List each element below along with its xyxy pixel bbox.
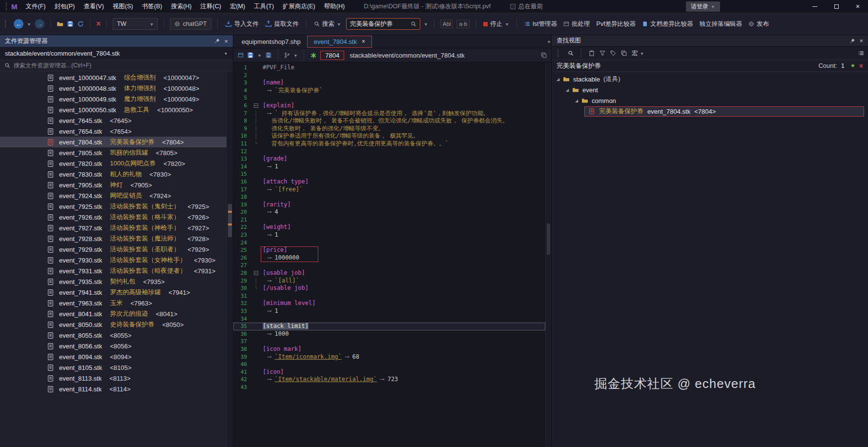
- save-button[interactable]: [247, 52, 254, 59]
- fold-toggle[interactable]: −: [252, 102, 260, 110]
- filter-icon[interactable]: [599, 50, 605, 56]
- save-all-button[interactable]: [265, 52, 272, 59]
- stop-button[interactable]: 停止 ▾: [482, 20, 511, 28]
- scrollbar-thumb[interactable]: [228, 204, 232, 237]
- file-row[interactable]: event_7924.stk网吧促销员<7924>: [0, 190, 233, 201]
- menu-item[interactable]: 宏(M): [226, 2, 249, 11]
- match-word-toggle[interactable]: a·b: [456, 20, 470, 28]
- copy-icon[interactable]: [621, 50, 627, 56]
- back-button[interactable]: ←: [14, 19, 23, 29]
- file-row[interactable]: event_7963.stk玉米<7963>: [0, 298, 233, 308]
- refresh-button[interactable]: [77, 20, 84, 27]
- file-row[interactable]: event_7941.stk罗杰的高级袖珍罐<7941>: [0, 287, 233, 298]
- file-list-scrollbar[interactable]: [227, 71, 233, 447]
- code-line[interactable]: 17⟶ `[free]`: [233, 186, 545, 194]
- maximize-button[interactable]: [832, 2, 841, 11]
- code-line[interactable]: 10│该保护券适用于所有强化/增幅等级的装备， 极其罕见。: [233, 132, 545, 140]
- branch-icon[interactable]: [284, 52, 290, 58]
- code-line[interactable]: 26⟶ 1000000: [233, 254, 545, 262]
- macro-button[interactable]: 宏 ▾: [632, 49, 644, 58]
- file-row[interactable]: event_7928.stk活动装扮套装（魔法师）<7928>: [0, 233, 233, 244]
- tree-row[interactable]: ◢stackable(道具): [552, 74, 868, 84]
- code-line[interactable]: 25[price]: [233, 246, 545, 254]
- code-line[interactable]: 6−[explain]: [233, 102, 545, 110]
- close-icon[interactable]: ×: [224, 38, 228, 45]
- code-line[interactable]: 39⟶ `Item/iconmark.img` ⟶ 68: [233, 353, 545, 361]
- file-row[interactable]: event_7927.stk活动装扮套装（神枪手）<7927>: [0, 223, 233, 233]
- always-on-top-toggle[interactable]: 总在最前: [510, 2, 543, 11]
- code-line[interactable]: 40: [233, 361, 545, 368]
- tab-event-7804[interactable]: event_7804.stk ×: [307, 36, 372, 48]
- save-button[interactable]: [67, 20, 74, 27]
- code-line[interactable]: 20⟶ 4: [233, 208, 545, 216]
- chevron-down-icon[interactable]: ▾: [425, 21, 427, 27]
- code-line[interactable]: 23⟶ 1: [233, 231, 545, 239]
- file-row[interactable]: event_8105.stk<8105>: [0, 362, 233, 373]
- file-row[interactable]: event_7930.stk活动装扮套装（女神枪手）<7930>: [0, 255, 233, 265]
- file-row[interactable]: event_7925.stk活动装扮套装（鬼剑士）<7925>: [0, 201, 233, 212]
- tree-row[interactable]: ◢event: [552, 84, 868, 95]
- menu-item[interactable]: 工具(T): [249, 2, 278, 11]
- login-button[interactable]: 请登录 ▾: [686, 1, 720, 12]
- code-line[interactable]: 12: [233, 148, 545, 156]
- search-menu-button[interactable]: 搜索 ▾: [312, 20, 343, 28]
- code-line[interactable]: 15: [233, 170, 545, 178]
- explorer-search[interactable]: 搜索文件资源管理器...(Ctrl+F): [0, 60, 233, 71]
- file-row[interactable]: event_7804.stk完美装备保护券<7804>: [0, 137, 233, 147]
- pin-icon[interactable]: [849, 38, 855, 44]
- search-input[interactable]: 完美装备保护券: [346, 18, 420, 30]
- match-case-toggle[interactable]: Abl: [440, 20, 454, 28]
- code-line[interactable]: 5: [233, 94, 545, 102]
- pvf-diff-button[interactable]: Pvf差异比较器: [595, 20, 638, 28]
- menu-item[interactable]: 查看(V): [79, 2, 108, 11]
- menu-item[interactable]: 注释(C): [196, 2, 226, 11]
- file-row[interactable]: event_10000047.stk综合增强剂<10000047>: [0, 72, 233, 83]
- code-line[interactable]: 4⟶ `完美装备保护券`: [233, 87, 545, 95]
- code-editor[interactable]: 1#PVF_File23[name]4⟶ `完美装备保护券`56−[explai…: [233, 62, 551, 447]
- code-line[interactable]: 19[rarity]: [233, 201, 545, 209]
- code-line[interactable]: 11└背包内有更高等的装备保护券时,优先使用更高等的装备保护券。。`: [233, 140, 545, 148]
- code-line[interactable]: 27: [233, 262, 545, 269]
- file-row[interactable]: event_7935.stk契约礼包<7935>: [0, 276, 233, 287]
- menu-item[interactable]: 封包(P): [50, 2, 79, 11]
- file-row[interactable]: event_7645.stk<7645>: [0, 115, 233, 126]
- file-row[interactable]: event_8113.stk<8113>: [0, 373, 233, 384]
- search-result-item[interactable]: 完美装备保护券event_7804.stk<7804>: [584, 106, 864, 117]
- file-row[interactable]: event_7929.stk活动装扮套装（圣职者）<7929>: [0, 244, 233, 255]
- code-area[interactable]: 1#PVF_File23[name]4⟶ `完美装备保护券`56−[explai…: [233, 62, 545, 447]
- batch-button[interactable]: 批处理: [562, 20, 592, 28]
- pin-icon[interactable]: [214, 38, 220, 44]
- close-button[interactable]: ×: [853, 2, 862, 11]
- code-line[interactable]: 29│⟶ `[all]`: [233, 277, 545, 285]
- menu-item[interactable]: 书签(B): [137, 2, 166, 11]
- code-line[interactable]: 32[minimum level]: [233, 300, 545, 307]
- menu-item[interactable]: 扩展商店(E): [278, 2, 320, 11]
- file-row[interactable]: event_8056.stk<8056>: [0, 341, 233, 351]
- menu-item[interactable]: 搜索(H): [166, 2, 196, 11]
- file-row[interactable]: event_7805.stk凯丽的信我罐<7805>: [0, 147, 233, 158]
- code-line[interactable]: 21: [233, 216, 545, 224]
- chevron-down-icon[interactable]: ▾: [258, 53, 261, 58]
- code-line[interactable]: 22[weight]: [233, 224, 545, 231]
- file-row[interactable]: event_8094.stk<8094>: [0, 351, 233, 362]
- file-row[interactable]: event_7830.stk粗人的礼物<7830>: [0, 169, 233, 180]
- search-icon[interactable]: [568, 50, 574, 56]
- editor-scrollbar[interactable]: [545, 62, 551, 447]
- code-line[interactable]: 7│⟶ ` 持有该保护券，强化/增幅时将会提示是否使用， 选择'是'，则触发保护…: [233, 110, 545, 118]
- chevron-down-icon[interactable]: ▾: [225, 51, 227, 56]
- chevron-down-icon[interactable]: ▾: [294, 53, 297, 58]
- file-row[interactable]: event_8055.stk<8055>: [0, 330, 233, 341]
- file-row[interactable]: event_8050.stk史诗装备保护券<8050>: [0, 319, 233, 330]
- file-row[interactable]: event_7931.stk活动装扮套装（暗夜使者）<7931>: [0, 265, 233, 276]
- minimize-button[interactable]: [810, 2, 819, 11]
- extract-file-button[interactable]: 提取文件: [264, 20, 300, 28]
- chevron-down-icon[interactable]: ▾: [548, 39, 550, 44]
- delete-button[interactable]: ×: [96, 20, 101, 28]
- clear-results-button[interactable]: ×: [859, 62, 863, 70]
- sparkle-icon[interactable]: ★: [850, 62, 855, 69]
- menu-item[interactable]: 文件(F): [21, 2, 50, 11]
- code-line[interactable]: 36⟶ 1000: [233, 330, 545, 338]
- file-row[interactable]: event_7905.stk神灯<7905>: [0, 180, 233, 190]
- file-row[interactable]: event_10000048.stk体力增强剂<10000048>: [0, 83, 233, 94]
- explorer-path-bar[interactable]: stackable/event/common/event_7804.stk ▾: [0, 47, 233, 60]
